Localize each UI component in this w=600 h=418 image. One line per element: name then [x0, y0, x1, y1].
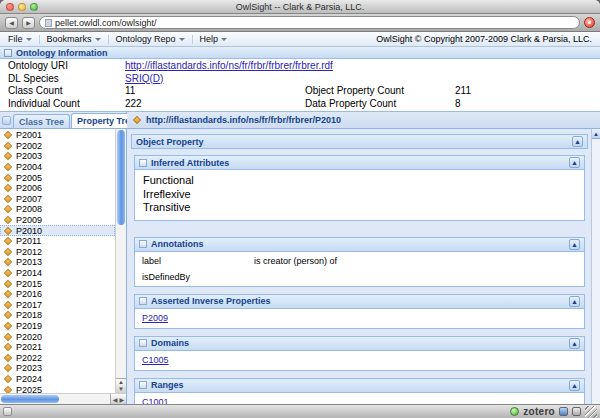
status-left-icon[interactable]	[3, 407, 12, 416]
tree-item[interactable]: P2009	[0, 215, 115, 226]
collapse-icon[interactable]: ▲	[569, 239, 580, 250]
domains-header[interactable]: Domains ▲	[135, 337, 584, 351]
annotations-header[interactable]: Annotations ▲	[135, 238, 584, 252]
scrollbar-arrow-buttons[interactable]: ◀▶	[110, 394, 126, 404]
tree-item[interactable]: P2011	[0, 236, 115, 247]
ontology-info-header[interactable]: Ontology Information	[0, 47, 600, 59]
tree-item[interactable]: P2006	[0, 183, 115, 194]
property-diamond-icon	[4, 237, 12, 245]
tree-item-label: P2025	[16, 385, 42, 393]
tree-item[interactable]: P2007	[0, 194, 115, 205]
domain-link[interactable]: C1005	[142, 355, 169, 365]
horizontal-scrollbar-thumb[interactable]	[1, 395, 59, 403]
menu-bookmarks[interactable]: Bookmarks	[42, 33, 106, 45]
object-property-section-header[interactable]: Object Property ▲	[131, 134, 588, 149]
collapse-icon[interactable]: ▲	[569, 338, 580, 349]
tree-item[interactable]: P2016	[0, 289, 115, 300]
property-diamond-icon	[4, 195, 12, 203]
inferred-attributes-header[interactable]: Inferred Attributes ▲	[135, 156, 584, 170]
tree-item[interactable]: P2001	[0, 130, 115, 141]
tree-item[interactable]: P2025	[0, 384, 115, 393]
status-green-icon[interactable]	[510, 407, 519, 416]
tree-item[interactable]: P2023	[0, 363, 115, 374]
collapse-icon[interactable]: ▲	[569, 380, 580, 391]
tree-vertical-scrollbar[interactable]: ▲▼	[115, 129, 126, 393]
tree-item[interactable]: P2004	[0, 162, 115, 173]
menu-file[interactable]: File	[3, 33, 37, 45]
tree-item[interactable]: P2002	[0, 141, 115, 152]
tree-item[interactable]: P2024	[0, 374, 115, 385]
extension-icon[interactable]	[572, 407, 581, 416]
scroll-up-icon[interactable]: ▲	[592, 129, 600, 139]
zoom-window-button[interactable]	[30, 3, 38, 11]
forward-icon[interactable]: ▶	[22, 17, 35, 29]
tree-item[interactable]: P2005	[0, 172, 115, 183]
collapse-icon[interactable]: ▲	[572, 136, 583, 147]
dl-species-link[interactable]: SRIQ(D)	[125, 73, 600, 86]
inferred-attribute: Irreflexive	[143, 188, 576, 202]
copyright-text: OwlSight © Copyright 2007-2009 Clark & P…	[376, 34, 597, 44]
tree-item[interactable]: P2012	[0, 247, 115, 258]
scroll-down-icon[interactable]: ▼	[118, 386, 124, 393]
tree-item[interactable]: P2003	[0, 151, 115, 162]
object-property-title: Object Property	[136, 137, 204, 147]
browser-window: OwlSight -- Clark & Parsia, LLC. ◀ ▶ Fil…	[0, 0, 600, 418]
inverse-properties-panel: Asserted Inverse Properties ▲ P2009	[134, 294, 585, 329]
ontology-uri-link[interactable]: http://iflastandards.info/ns/fr/frbr/frb…	[125, 60, 600, 73]
tree-item[interactable]: P2018	[0, 310, 115, 321]
section-icon	[139, 381, 147, 389]
url-input[interactable]	[55, 18, 574, 28]
annotations-body: label is creator (person) of isDefinedBy	[135, 252, 584, 286]
inverse-properties-header[interactable]: Asserted Inverse Properties ▲	[135, 295, 584, 309]
tree-item[interactable]: P2022	[0, 352, 115, 363]
ranges-header[interactable]: Ranges ▲	[135, 379, 584, 393]
tree-item[interactable]: P2010	[0, 225, 115, 236]
tree-item[interactable]: P2017	[0, 300, 115, 311]
object-property-section-body: Inferred Attributes ▲ Functional Irrefle…	[131, 149, 588, 404]
tree-item[interactable]: P2019	[0, 321, 115, 332]
individual-count-value: 222	[125, 98, 305, 111]
close-window-button[interactable]	[6, 3, 14, 11]
toolbar-badge-icon[interactable]	[584, 17, 595, 28]
tree-item[interactable]: P2015	[0, 278, 115, 289]
range-link[interactable]: C1001	[142, 397, 169, 405]
ranges-title: Ranges	[151, 380, 184, 390]
resize-grip[interactable]	[585, 406, 597, 418]
menu-file-label: File	[8, 34, 23, 44]
tree-horizontal-scrollbar[interactable]: ◀▶	[0, 393, 126, 404]
main-split: Class Tree Property Tree P2001P2002P2003…	[0, 111, 600, 404]
property-diamond-icon	[4, 354, 12, 362]
detail-vertical-scrollbar[interactable]: ▲	[591, 129, 600, 404]
collapse-icon[interactable]: ▲	[569, 157, 580, 168]
scrollbar-arrow-buttons[interactable]: ▲▼	[116, 378, 126, 393]
property-diamond-icon	[4, 332, 12, 340]
minimize-window-button[interactable]	[18, 3, 26, 11]
property-diamond-icon	[4, 216, 12, 224]
scroll-left-icon[interactable]: ◀	[113, 396, 118, 403]
vertical-scrollbar-thumb[interactable]	[117, 130, 125, 225]
zotero-label[interactable]: zotero	[523, 406, 555, 417]
tab-class-tree[interactable]: Class Tree	[13, 114, 70, 128]
tree-item-label: P2010	[16, 226, 42, 236]
tree-item[interactable]: P2013	[0, 257, 115, 268]
menu-help-label: Help	[200, 34, 219, 44]
window-titlebar[interactable]: OwlSight -- Clark & Parsia, LLC.	[0, 0, 600, 14]
url-bar[interactable]	[39, 16, 580, 29]
extension-icon[interactable]	[559, 407, 568, 416]
tree-item[interactable]: P2014	[0, 268, 115, 279]
tree-item[interactable]: P2008	[0, 204, 115, 215]
collapse-icon[interactable]: ▲	[569, 296, 580, 307]
class-count-value: 11	[125, 85, 305, 98]
inverse-property-link[interactable]: P2009	[142, 313, 168, 323]
scroll-up-icon[interactable]: ▲	[118, 379, 124, 386]
tree-item[interactable]: P2021	[0, 342, 115, 353]
tab-scroller-icon[interactable]	[2, 116, 11, 125]
menu-ontology-repo[interactable]: Ontology Repo	[111, 33, 190, 45]
back-icon[interactable]: ◀	[5, 17, 18, 29]
section-icon	[139, 297, 147, 305]
tree-item[interactable]: P2020	[0, 331, 115, 342]
tree-item-label: P2021	[16, 342, 42, 352]
scroll-right-icon[interactable]: ▶	[119, 396, 124, 403]
menu-help[interactable]: Help	[195, 33, 233, 45]
menu-separator	[192, 35, 193, 44]
